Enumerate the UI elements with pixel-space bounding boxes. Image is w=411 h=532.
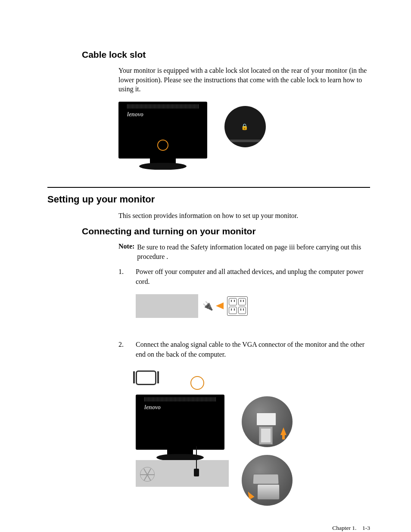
plug-icon: 🔌 [202,301,213,311]
computer-box-image [136,294,198,318]
figure-unplug: 🔌 [136,294,370,318]
heading-cable-lock-slot: Cable lock slot [82,50,370,60]
vga-zoom-image [242,455,293,506]
lock-slot-highlight-icon [157,140,168,151]
step-2: 2. Connect the analog signal cable to th… [118,339,370,359]
figure-connect-vga: lenovo [136,370,370,506]
monitor-rear-image-2: lenovo [136,395,224,461]
lock-slot-zoom-image: 🔒 [224,106,266,147]
step-1: 1. Power off your computer and all attac… [118,267,370,286]
step-1-text: Power off your computer and all attached… [136,267,370,286]
arrow-left-icon [216,302,224,309]
arrow-up-icon [280,427,286,435]
heading-connecting: Connecting and turning on your monitor [82,226,370,236]
page-footer: Chapter 1. 1-3 [47,525,370,532]
step-2-text: Connect the analog signal cable to the V… [136,339,370,359]
vga-icon [136,370,156,385]
setting-up-intro: This section provides information on how… [118,211,370,221]
heading-setting-up: Setting up your monitor [47,194,370,205]
lock-icon: 🔒 [241,123,248,131]
figure-cable-lock: lenovo 🔒 [118,102,370,170]
vga-port-highlight-icon [190,376,204,390]
arrow-up-icon [245,490,254,500]
cable-plug-icon [194,469,199,476]
cable-line [196,446,197,470]
note-block: Note: Be sure to read the Safety informa… [118,243,370,261]
footer-page-number: 1-3 [362,525,370,531]
cable-lock-body: Your monitor is equipped with a cable lo… [118,66,370,94]
fan-icon [140,467,155,482]
monitor-rear-image: lenovo [118,102,207,170]
section-divider [47,187,370,188]
lenovo-logo: lenovo [127,111,143,118]
computer-rear-image [136,460,229,487]
step-1-number: 1. [118,267,127,286]
footer-chapter: Chapter 1. [332,525,356,531]
note-label: Note: [118,243,134,261]
step-2-number: 2. [118,339,127,359]
wall-outlet-image [227,296,248,316]
lenovo-logo-2: lenovo [144,404,161,411]
dvi-zoom-image [242,396,293,447]
note-text: Be sure to read the Safety information l… [137,243,370,261]
